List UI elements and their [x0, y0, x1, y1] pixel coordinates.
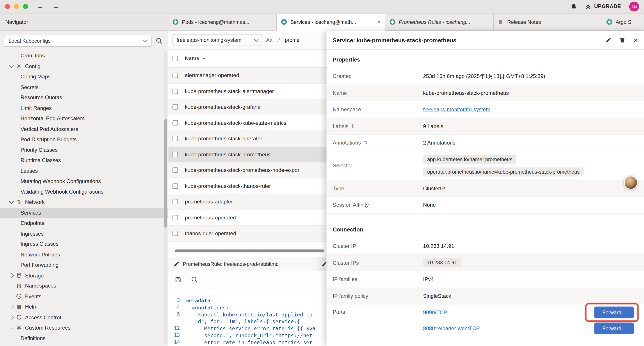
namespace-filter-select[interactable]: freeleaps-monitoring-system: [172, 34, 262, 46]
chevron-down-icon[interactable]: [10, 201, 16, 203]
line-number: 12: [168, 325, 186, 332]
sidebar-item-label: Ingresses: [20, 231, 44, 237]
user-avatar[interactable]: [624, 176, 638, 190]
row-checkbox[interactable]: [172, 73, 178, 78]
sidebar-item-definitions[interactable]: Definitions: [0, 333, 168, 344]
line-number: 14: [168, 339, 186, 346]
list-search[interactable]: Aa .* prome: [266, 34, 300, 46]
match-case-toggle[interactable]: Aa: [266, 37, 272, 43]
row-checkbox[interactable]: [172, 152, 178, 157]
edit-icon[interactable]: [605, 37, 612, 43]
back-button[interactable]: ←: [37, 3, 44, 10]
section-heading-connection: Connection: [326, 219, 644, 238]
dock-tab-prometheusrule[interactable]: PrometheusRule: freeleaps-prod-rabbitmq: [168, 257, 317, 271]
line-text: second.","runbook_url":"https://net: [186, 332, 312, 339]
minimize-window-button[interactable]: [14, 4, 19, 9]
sidebar-item-access-control[interactable]: Access Control: [0, 312, 168, 323]
select-all-checkbox[interactable]: [172, 56, 178, 61]
sort-updown-icon[interactable]: ⇅: [351, 123, 355, 129]
namespace-link[interactable]: freeleaps-monitoring-system: [423, 106, 490, 113]
sidebar-item-secrets[interactable]: Secrets: [0, 82, 168, 92]
sidebar-item-ingresses[interactable]: Ingresses: [0, 228, 168, 239]
row-checkbox[interactable]: [172, 88, 178, 94]
sidebar-item-leases[interactable]: Leases: [0, 166, 168, 176]
forward-button[interactable]: Forward...: [594, 307, 634, 319]
close-window-button[interactable]: [5, 4, 10, 9]
sidebar-item-helm[interactable]: Helm: [0, 302, 168, 312]
sidebar-item-label: Network: [25, 199, 44, 205]
sidebar-item-label: Port Forwarding: [20, 262, 58, 268]
horizontal-scrollbar-thumb[interactable]: [174, 249, 324, 252]
sidebar-item-horizontal-pod-autoscalers[interactable]: Horizontal Pod Autoscalers: [0, 113, 168, 124]
tab-release-notes[interactable]: Release Notes: [494, 13, 602, 31]
chevron-right-icon[interactable]: [10, 274, 16, 277]
maximize-window-button[interactable]: [23, 4, 28, 9]
sidebar-item-priority-classes[interactable]: Priority Classes: [0, 145, 168, 155]
detail-row-selector: Selectorapp.kubernetes.io/name=prometheu…: [326, 151, 644, 180]
service-name: kube-prometheus-stack-operator: [185, 136, 262, 142]
chevron-down-icon: [254, 37, 259, 42]
sidebar-item-network[interactable]: ⇅Network: [0, 197, 168, 207]
chevron-right-icon[interactable]: [10, 305, 16, 309]
sidebar-item-config[interactable]: Config: [0, 61, 168, 71]
save-icon[interactable]: [175, 277, 181, 283]
search-query[interactable]: prome: [285, 37, 300, 43]
kubeconfig-selector[interactable]: Local Kubeconfigs: [4, 35, 152, 47]
forward-button[interactable]: →: [52, 3, 59, 10]
detail-row-name: Namekube-prometheus-stack-prometheus: [326, 85, 644, 101]
tab-label: Argo S: [616, 19, 640, 25]
sidebar-item-port-forwarding[interactable]: Port Forwarding: [0, 260, 168, 270]
tab-argo-s[interactable]: Argo S: [602, 13, 644, 31]
sidebar-item-network-policies[interactable]: Network Policies: [0, 249, 168, 260]
chevron-right-icon[interactable]: [10, 316, 16, 319]
service-name: kube-prometheus-stack-prometheus: [185, 151, 270, 157]
close-icon[interactable]: ×: [633, 36, 638, 44]
regex-toggle[interactable]: .*: [277, 37, 280, 43]
sidebar-item-runtime-classes[interactable]: Runtime Classes: [0, 155, 168, 166]
close-tab-icon[interactable]: ×: [377, 19, 380, 25]
sidebar-item-vertical-pod-autoscalers[interactable]: Vertical Pod Autoscalers: [0, 124, 168, 134]
port-link[interactable]: 8080:reloader-web/TCP: [423, 326, 480, 332]
port-link[interactable]: 9090/TCP: [423, 310, 447, 316]
upgrade-button[interactable]: UPGRADE: [585, 3, 621, 10]
column-header-name[interactable]: Name: [185, 55, 206, 61]
sidebar-item-pod-disruption-budgets[interactable]: Pod Disruption Budgets: [0, 134, 168, 145]
sidebar-item-validating-webhook-configurations[interactable]: Validating Webhook Configurations: [0, 187, 168, 197]
tab-prometheus-rules-icecheng[interactable]: Prometheus Rules - icecheng...: [385, 13, 494, 31]
notification-count-badge[interactable]: 15: [629, 1, 639, 11]
tab-pods-icecheng-mathmas[interactable]: Pods - icecheng@mathmas...: [168, 13, 277, 31]
service-name: kube-prometheus-stack-grafana: [185, 104, 260, 110]
sidebar-item-ingress-classes[interactable]: Ingress Classes: [0, 239, 168, 249]
delete-icon[interactable]: [619, 37, 625, 43]
tab-services-icecheng-math[interactable]: Services - icecheng@math...×: [277, 13, 385, 31]
forward-button[interactable]: Forward...: [594, 323, 634, 335]
sidebar-item-label: Pod Disruption Budgets: [20, 136, 77, 143]
sidebar-item-services[interactable]: Services: [0, 207, 168, 218]
sidebar-item-config-maps[interactable]: Config Maps: [0, 71, 168, 82]
chevron-down-icon[interactable]: [10, 65, 16, 67]
chevron-down-icon[interactable]: [10, 327, 16, 329]
row-checkbox[interactable]: [172, 199, 178, 204]
sidebar-item-cron-jobs[interactable]: Cron Jobs: [0, 50, 168, 61]
row-checkbox[interactable]: [172, 231, 178, 236]
row-checkbox[interactable]: [172, 215, 178, 220]
sidebar-item-endpoints[interactable]: Endpoints: [0, 218, 168, 228]
row-checkbox[interactable]: [172, 120, 178, 125]
bell-icon[interactable]: [570, 3, 577, 10]
sidebar-item-limit-ranges[interactable]: Limit Ranges: [0, 103, 168, 113]
sidebar-scrollbar-thumb[interactable]: [164, 119, 167, 228]
row-checkbox[interactable]: [172, 104, 178, 109]
sidebar-item-storage[interactable]: Storage: [0, 270, 168, 281]
sidebar-item-mutating-webhook-configurations[interactable]: Mutating Webhook Configurations: [0, 176, 168, 187]
sidebar-item-resource-quotas[interactable]: Resource Quotas: [0, 92, 168, 103]
search-icon[interactable]: [156, 37, 163, 45]
sidebar-item-events[interactable]: Events: [0, 291, 168, 302]
row-checkbox[interactable]: [172, 168, 178, 173]
sidebar-item-custom-resources[interactable]: ∗Custom Resources: [0, 323, 168, 333]
detail-row-label: Created: [333, 73, 423, 79]
row-checkbox[interactable]: [172, 183, 178, 189]
sort-updown-icon[interactable]: ⇅: [364, 140, 367, 145]
sidebar-item-namespaces[interactable]: Namespaces: [0, 281, 168, 291]
row-checkbox[interactable]: [172, 136, 178, 141]
search-icon[interactable]: [191, 276, 198, 283]
